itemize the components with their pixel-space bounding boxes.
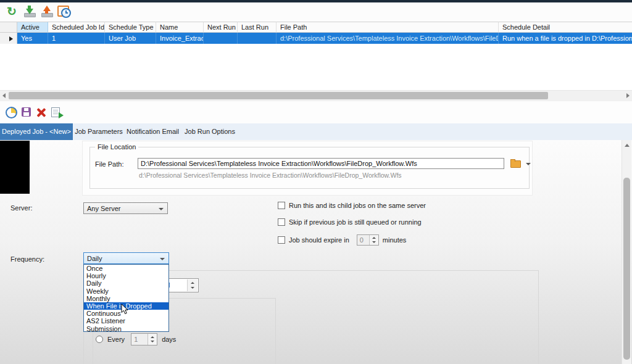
col-header-file-path[interactable]: File Path [276,22,499,33]
empty-side-panel [0,141,30,194]
tab-job-parameters[interactable]: Job Parameters [74,123,123,140]
tab-deployed-job[interactable]: Deployed Job - <New> [0,123,73,140]
horizontal-scrollbar-thumb[interactable] [9,92,548,99]
server-label: Server: [10,204,32,212]
app-window: ↻ Active Scheduled Job Id Schedule Type … [0,0,632,364]
stepper-down-icon[interactable] [372,241,376,243]
col-header-last-run[interactable]: Last Run [238,22,276,33]
col-header-active[interactable]: Active [17,22,48,33]
folder-icon [510,160,521,168]
frequency-option[interactable]: Weekly [84,287,168,295]
frequency-option[interactable]: Hourly [84,272,168,279]
every-days-radio[interactable] [96,336,103,343]
schedule-icon[interactable] [57,4,72,19]
frequency-option[interactable]: Submission [84,325,168,333]
expire-minutes-value: 0 [357,236,369,244]
cell-next-run[interactable] [204,33,238,44]
stepper-up-icon[interactable] [372,237,376,239]
expire-checkbox-row: Job should expire in 0 minutes [278,234,406,246]
expire-minutes-stepper[interactable]: 0 [357,234,379,246]
save-icon[interactable] [20,105,33,119]
cell-scheduled-job-id[interactable]: 1 [48,33,105,44]
every-label: Every [107,336,125,343]
scroll-left-icon[interactable] [2,93,6,98]
skip-if-queued-checkbox-row: Skip if previous job is still queued or … [278,218,422,226]
cell-last-run[interactable] [238,33,276,44]
detail-tabbar: Deployed Job - <New> Job Parameters Noti… [0,123,632,141]
every-days-row: Every 1 days [96,333,176,345]
same-server-checkbox[interactable] [278,202,285,209]
stepper-up-icon[interactable] [151,336,154,338]
cell-file-path[interactable]: d:\Professional Services\Templateless In… [276,33,499,44]
frequency-option[interactable]: Daily [84,279,168,287]
cell-name[interactable]: Invoice_Extraction [156,33,204,44]
frequency-dropdown-list: OnceHourlyDailyWeeklyMonthlyWhen File is… [83,264,169,332]
expire-label-suffix: minutes [383,236,407,244]
run-icon[interactable] [50,105,64,119]
vertical-scrollbar[interactable] [622,140,631,364]
frequency-dropdown[interactable]: Daily [83,252,169,264]
expire-label-prefix: Job should expire in [289,236,349,244]
col-header-name[interactable]: Name [156,22,204,33]
scroll-right-icon[interactable] [626,93,630,98]
cell-schedule-type[interactable]: User Job [105,33,156,44]
vertical-scrollbar-thumb[interactable] [623,178,630,360]
import-icon[interactable] [22,4,37,19]
tab-notification-email[interactable]: Notification Email [123,123,182,140]
stepper-down-icon[interactable] [191,287,194,289]
stepper-down-icon[interactable] [151,341,154,342]
same-server-checkbox-row: Run this and its child jobs on the same … [278,202,426,209]
deployed-job-panel: File Location File Path: d:\Professional… [0,140,632,364]
scroll-up-icon[interactable] [625,144,630,147]
jobs-toolbar: ↻ [0,2,632,22]
file-path-input[interactable] [138,158,504,169]
tab-job-run-options[interactable]: Job Run Options [182,123,238,140]
frequency-option[interactable]: AS2 Listener [84,317,168,325]
browse-dropdown-icon[interactable] [526,163,531,165]
horizontal-scrollbar[interactable] [0,90,632,101]
cell-schedule-detail[interactable]: Run when a file is dropped in D:\Profess… [499,33,632,44]
col-header-schedule-type[interactable]: Schedule Type [105,22,156,33]
frequency-dropdown-value: Daily [87,255,102,262]
jobs-grid: Active Scheduled Job Id Schedule Type Na… [0,22,632,44]
every-days-stepper[interactable]: 1 [131,333,157,345]
col-header-scheduled-job-id[interactable]: Scheduled Job Id [48,22,105,33]
skip-if-queued-label: Skip if previous job is still queued or … [289,218,422,226]
file-path-hint: d:\Professional Services\Templateless In… [139,172,402,179]
current-row-arrow-icon [9,36,13,41]
expire-checkbox[interactable] [278,236,285,244]
same-server-label: Run this and its child jobs on the same … [289,202,426,209]
days-label: days [162,336,176,343]
file-location-groupbox: File Location File Path: d:\Professional… [89,147,530,189]
grid-corner [0,22,17,33]
cell-active[interactable]: Yes [17,33,48,44]
delete-icon[interactable] [35,105,48,119]
frequency-label: Frequency: [10,255,44,263]
browse-button[interactable] [508,158,523,170]
file-location-group-label: File Location [95,143,138,151]
every-days-value: 1 [131,336,148,343]
server-dropdown[interactable]: Any Server [83,202,168,214]
frequency-option[interactable]: Once [84,265,168,272]
export-icon[interactable] [40,4,54,19]
file-path-label: File Path: [95,160,123,168]
chevron-down-icon [159,208,164,210]
stepper-up-icon[interactable] [191,282,194,284]
mouse-cursor-icon [121,304,128,315]
skip-if-queued-checkbox[interactable] [278,218,285,226]
refresh-icon[interactable]: ↻ [4,4,19,19]
pie-clock-icon[interactable] [4,105,18,119]
detail-toolbar [0,101,632,124]
server-dropdown-value: Any Server [87,205,120,212]
frequency-option[interactable]: Monthly [84,295,168,302]
row-selector[interactable] [0,33,17,44]
chevron-down-icon [160,258,165,260]
col-header-schedule-detail[interactable]: Schedule Detail [499,22,632,33]
col-header-next-run[interactable]: Next Run [204,22,238,33]
